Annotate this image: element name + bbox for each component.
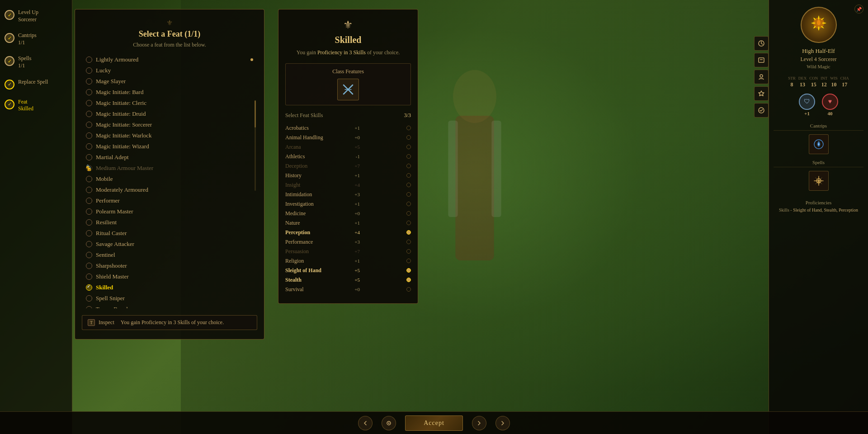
character-background [181, 0, 769, 434]
side-icon-btn-2[interactable] [754, 53, 769, 67]
skill-mod-survival: +0 [344, 287, 360, 292]
side-icon-buttons [754, 36, 769, 118]
skill-dot-insight [406, 183, 411, 187]
feat-name-mod-armoured: Moderately Armoured [96, 186, 148, 193]
scroll-indicator[interactable] [255, 100, 256, 191]
skill-dot-stealth [406, 278, 411, 282]
feat-item-resilient[interactable]: Resilient [84, 218, 255, 227]
feat-item-medium-armour-master[interactable]: 🔒 Medium Armour Master [84, 164, 255, 173]
feat-item-performer[interactable]: Performer [84, 196, 255, 205]
skill-row-stealth[interactable]: Stealth +5 [285, 275, 411, 285]
feat-name-polearm: Polearm Master [96, 208, 133, 215]
class-features-section: Class Features [285, 63, 411, 105]
feat-item-magic-initiate-sorcerer[interactable]: Magic Initiate: Sorcerer [84, 120, 255, 129]
skill-row-history[interactable]: History +1 [285, 171, 411, 180]
feat-check: ✓ [5, 99, 14, 109]
feat-item-savage-attacker[interactable]: Savage Attacker [84, 240, 255, 249]
feat-radio-magic-cleric [86, 100, 92, 106]
feat-item-polearm-master[interactable]: Polearm Master [84, 207, 255, 216]
feat-name-mobile: Mobile [96, 175, 113, 183]
nav-forward-button[interactable] [472, 416, 486, 430]
skill-dot-sleight [406, 268, 411, 273]
stat-str: STR 8 [788, 76, 796, 88]
sidebar-item-feat[interactable]: ✓ Feat Skilled [5, 99, 67, 113]
feat-name-martial-adept: Martial Adept [96, 154, 129, 161]
nav-settings-button[interactable] [382, 416, 396, 430]
skill-name-medicine: Medicine [285, 210, 344, 217]
skill-mod-history: +1 [344, 173, 360, 178]
side-icon-btn-1[interactable] [754, 36, 769, 51]
accept-button[interactable]: Accept [405, 415, 463, 431]
tooltip-inspect-label: Inspect [99, 319, 114, 326]
sidebar-item-spells[interactable]: ✓ Spells 1/1 [5, 55, 67, 69]
feat-item-mobile[interactable]: Mobile [84, 175, 255, 184]
feat-item-lucky[interactable]: Lucky [84, 66, 255, 75]
sidebar-item-replace-spell[interactable]: ✓ Replace Spell [5, 79, 67, 90]
feat-name-savage: Savage Attacker [96, 241, 134, 248]
feat-item-magic-initiate-warlock[interactable]: Magic Initiate: Warlock [84, 131, 255, 140]
skill-row-survival[interactable]: Survival +0 [285, 285, 411, 294]
skill-mod-sleight: +5 [344, 268, 360, 273]
side-icon-btn-3[interactable] [754, 70, 769, 84]
svg-point-11 [760, 75, 763, 77]
spell-icon[interactable]: II [809, 171, 829, 191]
prof-skills-label: Skills - [779, 208, 793, 212]
feat-item-lightly-armoured[interactable]: Lightly Armoured [84, 55, 255, 64]
skill-mod-perception: +4 [344, 230, 360, 235]
panel-ornament-top: ⚜ [82, 19, 257, 27]
feat-item-magic-initiate-druid[interactable]: Magic Initiate: Druid [84, 109, 255, 118]
feat-radio-magic-bard [86, 89, 92, 95]
skill-mod-performance: +3 [344, 239, 360, 245]
level-up-label: Level Up [18, 9, 38, 16]
feat-radio-magic-sorc [86, 122, 92, 128]
skill-row-sleight-of-hand[interactable]: Sleight of Hand +5 [285, 266, 411, 275]
feat-item-shield-master[interactable]: Shield Master [84, 272, 255, 281]
feat-item-mage-slayer[interactable]: Mage Slayer [84, 77, 255, 86]
sidebar-item-cantrips[interactable]: ✓ Cantrips 1/1 [5, 32, 67, 46]
side-icon-btn-4[interactable] [754, 86, 769, 101]
skill-row-nature[interactable]: Nature +1 [285, 218, 411, 228]
prof-text: Skills - Sleight of Hand, Stealth, Perce… [774, 207, 863, 213]
skill-dot-survival [406, 287, 411, 292]
feat-name-resilient: Resilient [96, 219, 117, 226]
nav-back-button[interactable] [358, 416, 373, 430]
pin-button[interactable]: 📌 [854, 5, 863, 14]
feat-item-martial-adept[interactable]: Martial Adept [84, 153, 255, 162]
feat-list-scroll[interactable]: Lightly Armoured Lucky Mage Slayer Magic… [82, 55, 257, 308]
replace-spell-label: Replace Spell [18, 79, 48, 86]
feat-name-sentinel: Sentinel [96, 251, 115, 259]
feat-item-moderately-armoured[interactable]: Moderately Armoured [84, 185, 255, 194]
feat-item-ritual-caster[interactable]: Ritual Caster [84, 229, 255, 238]
feat-selection-panel: ⚜ Select a Feat (1/1) Choose a feat from… [75, 9, 264, 340]
skill-row-performance[interactable]: Performance +3 [285, 237, 411, 247]
feat-item-skilled[interactable]: Skilled [84, 283, 255, 292]
cantrip-spell-icon[interactable] [809, 134, 829, 154]
feat-item-tavern-brawler[interactable]: Tavern Brawler [84, 305, 255, 308]
skill-row-intimidation[interactable]: Intimidation +3 [285, 190, 411, 199]
skill-row-perception[interactable]: Perception +4 [285, 228, 411, 237]
feat-item-sharpshooter[interactable]: Sharpshooter [84, 261, 255, 270]
sidebar-item-level-up[interactable]: ✓ Level Up Sorcerer [5, 9, 67, 23]
skill-row-athletics[interactable]: Athletics -1 [285, 152, 411, 161]
feat-radio-medium-armour: 🔒 [86, 165, 92, 171]
skill-row-acrobatics[interactable]: Acrobatics +1 [285, 123, 411, 133]
stat-str-label: STR [788, 76, 796, 80]
skill-row-investigation[interactable]: Investigation +1 [285, 199, 411, 209]
skill-row-medicine[interactable]: Medicine +0 [285, 209, 411, 218]
skill-mod-investigation: +1 [344, 201, 360, 207]
feat-item-spell-sniper[interactable]: Spell Sniper [84, 294, 255, 303]
feat-item-magic-initiate-bard[interactable]: Magic Initiate: Bard [84, 88, 255, 97]
feat-item-sentinel[interactable]: Sentinel [84, 250, 255, 259]
feat-item-magic-initiate-wizard[interactable]: Magic Initiate: Wizard [84, 142, 255, 151]
side-icon-btn-5[interactable] [754, 103, 769, 118]
skill-row-animal-handling[interactable]: Animal Handling +0 [285, 133, 411, 142]
skill-row-religion[interactable]: Religion +1 [285, 256, 411, 266]
cantrips-sublabel: 1/1 [18, 39, 37, 47]
stat-con-label: CON [809, 76, 818, 80]
nav-extra-button[interactable] [495, 416, 510, 430]
skill-dot-history [406, 173, 411, 178]
svg-point-19 [388, 422, 390, 424]
feat-radio-sentinel [86, 252, 92, 258]
feat-name-magic-wizard: Magic Initiate: Wizard [96, 143, 149, 150]
feat-item-magic-initiate-cleric[interactable]: Magic Initiate: Cleric [84, 99, 255, 108]
